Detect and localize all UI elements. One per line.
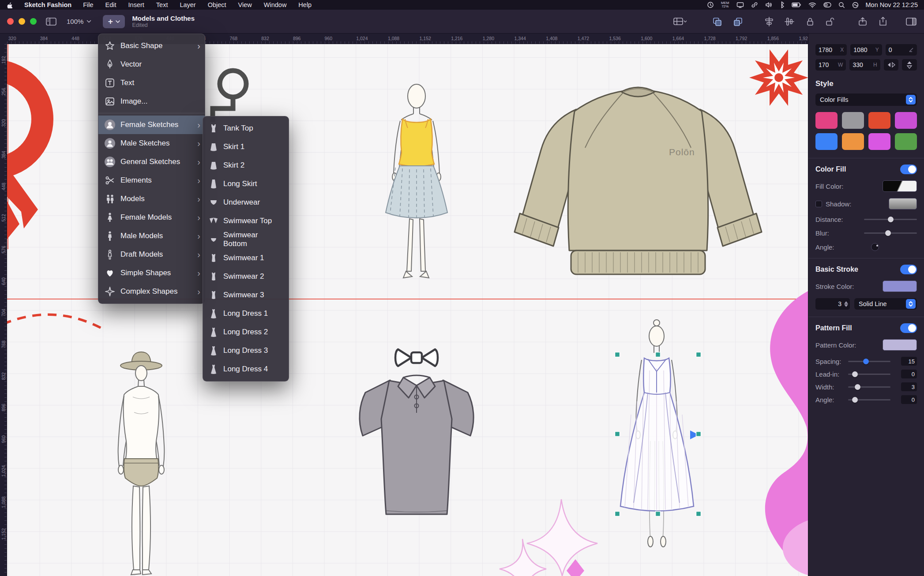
submenu-item[interactable]: Long Dress 3: [203, 341, 289, 360]
x-position-field[interactable]: 1780X: [815, 44, 847, 56]
share-icon[interactable]: [878, 17, 888, 26]
key-shape[interactable]: [213, 71, 246, 122]
sidebar-toggle-icon[interactable]: [45, 17, 57, 26]
height-field[interactable]: 330H: [849, 59, 880, 71]
submenu-item[interactable]: Long Skirt: [203, 175, 289, 193]
pattern-fill-toggle[interactable]: [900, 323, 917, 333]
menu-item-image[interactable]: Image...: [98, 92, 205, 111]
inspector-toggle-icon[interactable]: [905, 17, 917, 26]
unlock-icon[interactable]: [825, 17, 835, 26]
stroke-color-swatch[interactable]: [883, 281, 917, 292]
stroke-width-stepper[interactable]: 3: [815, 298, 850, 310]
rotation-field[interactable]: 0: [886, 44, 917, 56]
fill-color-swatch[interactable]: [883, 180, 917, 192]
lead-in-slider[interactable]: [848, 374, 890, 375]
menu-item-male-sketches[interactable]: Male Sketches ›: [98, 134, 205, 153]
color-swatch[interactable]: [815, 133, 838, 150]
menu-item-elements[interactable]: Elements ›: [98, 171, 205, 190]
y-position-field[interactable]: 1080Y: [850, 44, 882, 56]
menu-item-male-models[interactable]: Male Models ›: [98, 227, 205, 245]
flip-vertical-button[interactable]: [902, 59, 917, 71]
width-field[interactable]: 170W: [815, 59, 846, 71]
menu-item-general-sketches[interactable]: General Sketches ›: [98, 153, 205, 171]
starburst-shape[interactable]: [749, 49, 808, 106]
pattern-angle-slider[interactable]: [848, 399, 890, 400]
color-swatch[interactable]: [868, 133, 890, 150]
battery-icon[interactable]: [792, 2, 801, 7]
zoom-control[interactable]: 100%: [67, 18, 91, 25]
submenu-item[interactable]: Swimwear Top: [203, 212, 289, 230]
pink-blob-shape[interactable]: [765, 291, 808, 575]
menubar-menu-item[interactable]: View: [238, 1, 252, 8]
menu-item-complex-shapes[interactable]: Complex Shapes ›: [98, 282, 205, 301]
submenu-item[interactable]: Skirt 2: [203, 156, 289, 175]
submenu-item[interactable]: Underwear: [203, 193, 289, 212]
color-swatch[interactable]: [868, 112, 890, 129]
wifi-icon[interactable]: [808, 2, 816, 8]
color-swatch[interactable]: [895, 112, 917, 129]
sweatshirt-shape[interactable]: Polōn: [515, 87, 762, 274]
distance-slider[interactable]: [864, 219, 917, 220]
export-icon[interactable]: [858, 17, 868, 26]
female-sketch-tank-skirt[interactable]: [386, 84, 447, 278]
copy-style-icon[interactable]: [712, 17, 722, 26]
lock-icon[interactable]: [806, 17, 815, 26]
fills-type-select[interactable]: Color Fills: [815, 94, 917, 106]
submenu-item[interactable]: Swimwear 2: [203, 267, 289, 286]
menu-item-female-sketches[interactable]: Female Sketches ›: [98, 116, 205, 134]
menu-item-draft-models[interactable]: Draft Models ›: [98, 245, 205, 264]
color-swatch[interactable]: [815, 112, 838, 129]
menubar-menu-item[interactable]: Window: [264, 1, 287, 8]
basic-stroke-toggle[interactable]: [900, 265, 917, 274]
spacing-value[interactable]: 15: [901, 357, 917, 366]
close-window-button[interactable]: [7, 18, 14, 25]
align-horizontal-icon[interactable]: [764, 17, 774, 26]
align-vertical-icon[interactable]: [785, 17, 794, 26]
submenu-item[interactable]: Swimwear 3: [203, 286, 289, 304]
pattern-width-value[interactable]: 3: [901, 382, 917, 391]
pattern-color-swatch[interactable]: [883, 339, 917, 351]
bow-tie-shape[interactable]: [395, 349, 438, 366]
menubar-menu-item[interactable]: Help: [298, 1, 312, 8]
submenu-item[interactable]: Tank Top: [203, 119, 289, 138]
submenu-item[interactable]: Swimwear Bottom: [203, 230, 289, 249]
volume-icon[interactable]: [765, 2, 772, 8]
menubar-clock[interactable]: Mon Nov 22 12:25: [866, 1, 918, 8]
pattern-width-slider[interactable]: [848, 386, 890, 388]
menu-item-simple-shapes[interactable]: Simple Shapes ›: [98, 264, 205, 282]
paste-style-icon[interactable]: [733, 17, 743, 26]
submenu-item[interactable]: Swimwear 1: [203, 249, 289, 267]
line-style-select[interactable]: Solid Line: [854, 298, 917, 310]
menubar-menu-item[interactable]: Layer: [180, 1, 195, 8]
siri-icon[interactable]: [852, 2, 859, 8]
menu-item-female-models[interactable]: Female Models ›: [98, 208, 205, 227]
menubar-menu-item[interactable]: Edit: [105, 1, 116, 8]
menubar-menu-item[interactable]: Text: [156, 1, 168, 8]
menubar-menu-item[interactable]: Object: [208, 1, 226, 8]
submenu-item[interactable]: Long Dress 1: [203, 304, 289, 323]
pattern-angle-value[interactable]: 0: [901, 395, 917, 404]
color-swatch[interactable]: [895, 133, 917, 150]
menubar-menu-item[interactable]: Insert: [128, 1, 144, 8]
submenu-item[interactable]: Long Dress 2: [203, 323, 289, 341]
spacing-slider[interactable]: [848, 361, 890, 362]
award-ribbon-shape[interactable]: [7, 71, 42, 243]
display-icon[interactable]: [736, 2, 744, 8]
sparkle-shapes[interactable]: [500, 499, 597, 576]
apple-menu-icon[interactable]: [6, 2, 13, 8]
menubar-menu-item[interactable]: File: [83, 1, 93, 8]
submenu-item[interactable]: Skirt 1: [203, 138, 289, 156]
submenu-item[interactable]: Long Dress 4: [203, 360, 289, 378]
shadow-checkbox[interactable]: Shadow:: [815, 200, 851, 208]
view-options-icon[interactable]: [673, 17, 687, 26]
insert-button[interactable]: +: [103, 15, 125, 28]
timer-icon[interactable]: [707, 1, 714, 8]
menu-item-vector[interactable]: Vector: [98, 55, 205, 74]
dashed-arc-shape[interactable]: [7, 314, 106, 331]
color-swatch[interactable]: [842, 112, 864, 129]
link-icon[interactable]: [751, 1, 758, 8]
menu-item-text[interactable]: Text: [98, 74, 205, 92]
spotlight-icon[interactable]: [838, 2, 845, 8]
color-swatch[interactable]: [842, 133, 864, 150]
control-center-icon[interactable]: [823, 2, 831, 7]
